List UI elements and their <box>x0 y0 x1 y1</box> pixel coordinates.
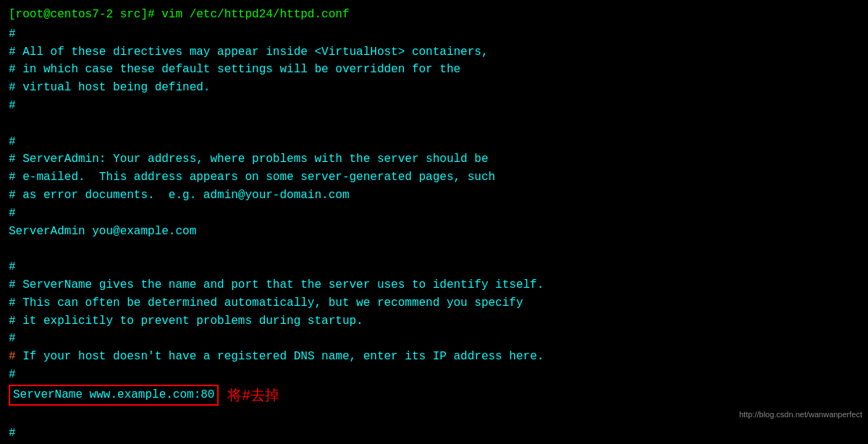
line-19-text: If your host doesn't have a registered D… <box>16 348 544 366</box>
line-8: # ServerAdmin: Your address, where probl… <box>9 150 859 168</box>
line-5: # <box>9 97 859 115</box>
line-15: # ServerName gives the name and port tha… <box>9 276 859 294</box>
line-10: # as error documents. e.g. admin@your-do… <box>9 187 859 205</box>
line-2: # All of these directives may appear ins… <box>9 43 859 61</box>
prompt-line: [root@centos7-2 src]# vim /etc/httpd24/h… <box>9 6 859 24</box>
terminal-window: [root@centos7-2 src]# vim /etc/httpd24/h… <box>0 0 868 444</box>
line-11: # <box>9 205 859 223</box>
line-13 <box>9 240 859 258</box>
line-17: # it explicitly to prevent problems duri… <box>9 312 859 330</box>
line-22 <box>9 406 859 424</box>
servername-boxed: ServerName www.example.com:80 <box>9 385 219 406</box>
line-4: # virtual host being defined. <box>9 79 859 97</box>
line-19: # If your host doesn't have a registered… <box>9 348 859 366</box>
line-18: # <box>9 330 859 348</box>
line-20: # <box>9 366 859 384</box>
annotation-remove-hash: 将#去掉 <box>227 384 279 406</box>
line-9: # e-mailed. This address appears on some… <box>9 168 859 187</box>
line-1: # <box>9 25 859 43</box>
line-12: ServerAdmin you@example.com <box>9 223 859 241</box>
line-21: ServerName www.example.com:80 将#去掉 <box>9 384 859 406</box>
line-16: # This can often be determined automatic… <box>9 294 859 312</box>
line-3: # in which case these default settings w… <box>9 61 859 79</box>
watermark: http://blog.csdn.net/wanwanperfect <box>739 409 862 421</box>
line-7: # <box>9 133 859 151</box>
line-6 <box>9 115 859 133</box>
special-hash: # <box>9 348 16 366</box>
line-14: # <box>9 258 859 276</box>
line-23: # <box>9 424 859 443</box>
